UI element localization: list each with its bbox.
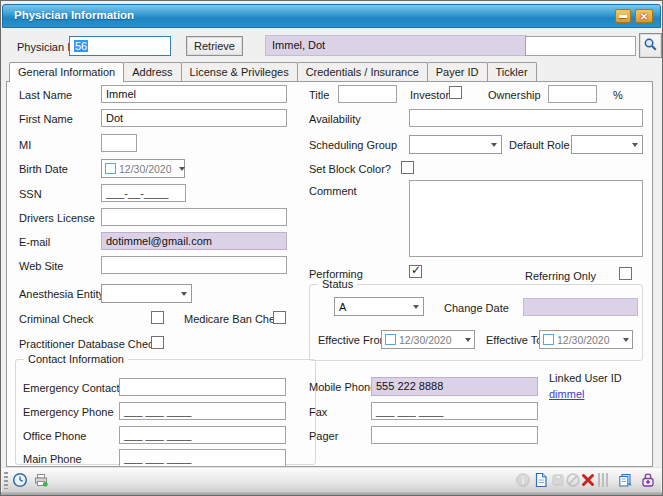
office-phone-label: Office Phone bbox=[23, 430, 86, 442]
tab-license-privileges[interactable]: License & Privileges bbox=[181, 62, 298, 81]
lock-plus-icon[interactable] bbox=[640, 472, 656, 488]
close-button[interactable]: ✕ bbox=[635, 9, 653, 23]
title-label: Title bbox=[309, 89, 329, 101]
tab-general-information[interactable]: General Information bbox=[9, 62, 124, 82]
ownership-input[interactable] bbox=[548, 85, 597, 103]
fax-input[interactable]: ___ ___ ____ bbox=[371, 402, 538, 420]
effective-from-picker[interactable]: 12/30/2020 bbox=[381, 330, 475, 349]
mobile-phone-input[interactable]: 555 222 8888 bbox=[371, 377, 538, 396]
linked-user-id-label: Linked User ID bbox=[549, 372, 622, 384]
tab-address[interactable]: Address bbox=[123, 62, 181, 81]
practitioner-database-check-checkbox[interactable] bbox=[151, 336, 164, 349]
ssn-input[interactable]: ___-__-____ bbox=[101, 184, 186, 202]
emergency-contact-label: Emergency Contact bbox=[23, 382, 120, 394]
mi-input[interactable] bbox=[101, 134, 137, 152]
lookup-input[interactable] bbox=[525, 36, 636, 56]
effective-to-value: 12/30/2020 bbox=[557, 334, 616, 346]
default-role-select[interactable] bbox=[571, 135, 643, 154]
set-block-color-checkbox[interactable] bbox=[401, 161, 414, 174]
birth-date-checkbox[interactable] bbox=[105, 163, 116, 174]
main-phone-input[interactable]: ___ ___ ____ bbox=[119, 449, 286, 467]
drivers-license-input[interactable] bbox=[101, 208, 287, 226]
investor-label: Investor bbox=[410, 89, 449, 101]
medicare-ban-check-checkbox[interactable] bbox=[273, 311, 286, 324]
effective-from-checkbox[interactable] bbox=[385, 334, 396, 345]
pager-input[interactable] bbox=[371, 426, 538, 444]
performing-label: Performing bbox=[309, 268, 363, 280]
lookup-search-button[interactable] bbox=[639, 33, 662, 58]
title-input[interactable] bbox=[338, 85, 397, 103]
tab-payer-id[interactable]: Payer ID bbox=[427, 62, 488, 81]
status-select[interactable]: A bbox=[334, 297, 424, 316]
physician-id-input[interactable]: 56 bbox=[69, 36, 171, 56]
delete-icon[interactable] bbox=[580, 472, 596, 488]
first-name-label: First Name bbox=[19, 113, 73, 125]
performing-checkbox[interactable] bbox=[409, 265, 422, 278]
effective-from-value: 12/30/2020 bbox=[399, 334, 458, 346]
minimize-button[interactable] bbox=[615, 9, 631, 23]
scheduling-group-select[interactable] bbox=[409, 135, 502, 154]
toolbar-grip bbox=[4, 472, 8, 489]
status-group: Status bbox=[309, 284, 643, 361]
first-name-input[interactable]: Dot bbox=[101, 109, 287, 127]
birth-date-label: Birth Date bbox=[19, 163, 68, 175]
investor-checkbox[interactable] bbox=[449, 86, 462, 99]
last-name-label: Last Name bbox=[19, 89, 72, 101]
effective-to-checkbox[interactable] bbox=[543, 334, 554, 345]
clock-icon[interactable] bbox=[12, 472, 28, 488]
minimize-icon bbox=[619, 15, 627, 18]
availability-label: Availability bbox=[309, 113, 361, 125]
tab-tickler[interactable]: Tickler bbox=[487, 62, 537, 81]
retrieve-button[interactable]: Retrieve bbox=[186, 36, 243, 56]
physician-name-display: Immel, Dot bbox=[265, 35, 527, 56]
print-icon[interactable] bbox=[33, 472, 49, 488]
pager-label: Pager bbox=[309, 430, 338, 442]
status-bar: i bbox=[2, 467, 661, 492]
change-date-label: Change Date bbox=[444, 302, 509, 314]
title-bar[interactable]: Physician Information ✕ bbox=[2, 4, 661, 28]
medicare-ban-check-label: Medicare Ban Check bbox=[184, 313, 286, 325]
contact-information-group-title: Contact Information bbox=[24, 353, 128, 365]
change-date-display bbox=[523, 298, 638, 316]
chevron-down-icon[interactable] bbox=[623, 338, 629, 342]
svg-text:i: i bbox=[522, 475, 525, 486]
ownership-percent-label: % bbox=[613, 89, 623, 101]
birth-date-value: 12/30/2020 bbox=[119, 163, 172, 175]
fax-label: Fax bbox=[309, 406, 327, 418]
practitioner-database-check-label: Practitioner Database Check bbox=[19, 338, 159, 350]
chevron-down-icon[interactable] bbox=[465, 338, 471, 342]
criminal-check-checkbox[interactable] bbox=[151, 311, 164, 324]
comment-textarea[interactable] bbox=[409, 180, 643, 257]
effective-to-picker[interactable]: 12/30/2020 bbox=[539, 330, 633, 349]
tab-credentials-insurance[interactable]: Credentials / Insurance bbox=[297, 62, 428, 81]
anesthesia-entity-select[interactable] bbox=[101, 284, 192, 303]
ssn-label: SSN bbox=[19, 188, 42, 200]
main-phone-label: Main Phone bbox=[23, 453, 82, 465]
tab-strip: General Information Address License & Pr… bbox=[6, 62, 653, 81]
referring-only-checkbox[interactable] bbox=[619, 267, 632, 280]
toolbar-separator-grip bbox=[598, 473, 610, 487]
new-note-icon[interactable] bbox=[533, 472, 549, 488]
birth-date-picker[interactable]: 12/30/2020 bbox=[101, 159, 185, 178]
audit-log-icon[interactable] bbox=[617, 472, 633, 488]
search-icon bbox=[643, 37, 658, 54]
close-icon: ✕ bbox=[640, 11, 648, 22]
email-input[interactable]: dotimmel@gmail.com bbox=[101, 232, 287, 250]
chevron-down-icon bbox=[491, 143, 497, 147]
web-site-input[interactable] bbox=[101, 256, 287, 274]
default-role-label: Default Role bbox=[509, 139, 570, 151]
emergency-contact-input[interactable] bbox=[119, 378, 286, 396]
set-block-color-label: Set Block Color? bbox=[309, 163, 391, 175]
linked-user-id-link[interactable]: dimmel bbox=[549, 388, 584, 400]
chevron-down-icon[interactable] bbox=[179, 167, 185, 171]
physician-id-value: 56 bbox=[74, 40, 88, 52]
chevron-down-icon bbox=[181, 292, 187, 296]
emergency-phone-input[interactable]: ___ ___ ____ bbox=[119, 402, 286, 420]
last-name-input[interactable]: Immel bbox=[101, 85, 287, 103]
availability-input[interactable] bbox=[409, 109, 643, 127]
mi-label: MI bbox=[19, 139, 31, 151]
office-phone-input[interactable]: ___ ___ ____ bbox=[119, 426, 286, 444]
window-title: Physician Information bbox=[14, 9, 134, 21]
drivers-license-label: Drivers License bbox=[19, 212, 95, 224]
email-label: E-mail bbox=[19, 236, 50, 248]
